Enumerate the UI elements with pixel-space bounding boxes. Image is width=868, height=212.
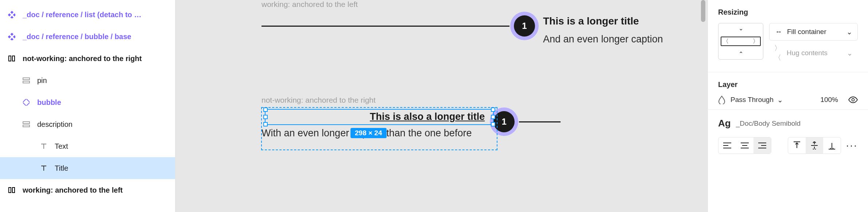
- typography-icon: Ag: [718, 118, 731, 129]
- autolayout-icon: [21, 121, 31, 127]
- frame-not-working[interactable]: not-working: anchored to the right This …: [261, 96, 561, 139]
- align-center-button[interactable]: [736, 137, 753, 154]
- align-left-button[interactable]: [718, 137, 736, 154]
- resize-mode-label: Hug contents: [787, 49, 842, 57]
- blend-mode-dropdown[interactable]: Pass Through ⌄: [731, 96, 815, 104]
- arrows-horizontal-icon: ↔: [775, 28, 783, 36]
- frame-label: not-working: anchored to the right: [261, 96, 561, 105]
- text-style-name: _Doc/Body Semibold: [736, 120, 801, 128]
- title-text: This is a longer title: [543, 15, 663, 27]
- layer-label: description: [37, 120, 73, 129]
- chevron-down-icon: ⌄: [847, 49, 853, 57]
- frame-icon: [7, 186, 17, 194]
- divider-line: [261, 26, 509, 27]
- layer-label: Text: [55, 142, 68, 151]
- layer-frame-working[interactable]: working: anchored to the left: [0, 179, 175, 201]
- frame-label: working: anchored to the left: [261, 0, 681, 9]
- blend-mode-icon: [718, 95, 725, 104]
- text-icon: [39, 165, 49, 171]
- svg-rect-5: [10, 38, 13, 40]
- chevron-down-icon: ⌄: [777, 96, 783, 104]
- svg-rect-3: [13, 13, 15, 16]
- frame-icon: [7, 55, 17, 62]
- layers-panel: _doc / reference / list (detach to … _do…: [0, 0, 175, 212]
- svg-rect-0: [10, 11, 13, 14]
- layer-label: bubble: [37, 98, 61, 107]
- visibility-toggle[interactable]: [848, 96, 858, 103]
- align-bottom-button[interactable]: [823, 137, 841, 154]
- divider-line: [519, 121, 561, 122]
- design-panel: Resizing ⌄ 〈 〉 ⌃ ↔ Fill container ⌄ 〉〈 H…: [708, 0, 868, 212]
- svg-rect-2: [8, 13, 11, 16]
- canvas[interactable]: working: anchored to the left 1 This is …: [175, 0, 708, 212]
- layer-label: _doc / reference / bubble / base: [23, 33, 131, 41]
- svg-rect-12: [23, 99, 30, 106]
- layer-title-selected[interactable]: Title: [0, 157, 175, 179]
- more-options-button[interactable]: ···: [846, 140, 858, 151]
- section-divider: [708, 72, 868, 72]
- bubble-badge: 1: [514, 15, 535, 37]
- autolayout-icon: [21, 77, 31, 83]
- layer-bubble-instance[interactable]: bubble: [0, 91, 175, 113]
- layer-component-list[interactable]: _doc / reference / list (detach to …: [0, 4, 175, 26]
- section-divider: [708, 109, 868, 110]
- chevron-down-icon[interactable]: ⌄: [739, 26, 743, 31]
- badge-number: 1: [493, 111, 515, 132]
- align-top-button[interactable]: [788, 137, 806, 154]
- chevron-up-icon[interactable]: ⌃: [739, 51, 743, 57]
- scrollbar-thumb[interactable]: [701, 0, 705, 22]
- chevron-down-icon: ⌄: [846, 28, 852, 36]
- layer-label: pin: [37, 76, 47, 85]
- caption-text: And an even longer caption: [543, 34, 663, 45]
- chevron-right-icon[interactable]: 〉: [753, 38, 759, 44]
- svg-rect-1: [10, 16, 13, 18]
- component-icon: [7, 11, 17, 18]
- frame-working[interactable]: working: anchored to the left 1 This is …: [261, 0, 681, 45]
- svg-rect-9: [12, 56, 15, 61]
- align-right-button[interactable]: [753, 137, 771, 154]
- layer-frame-not-working[interactable]: not-working: anchored to the right: [0, 48, 175, 69]
- layer-label: _doc / reference / list (detach to …: [23, 11, 142, 19]
- horizontal-resize-dropdown[interactable]: ↔ Fill container ⌄: [769, 23, 858, 41]
- component-icon: [7, 33, 17, 40]
- title-text-selected[interactable]: This is also a longer title: [261, 111, 487, 122]
- svg-rect-10: [23, 78, 30, 80]
- svg-rect-11: [23, 81, 30, 83]
- layer-pin[interactable]: pin: [0, 69, 175, 91]
- chevron-left-icon[interactable]: 〈: [723, 38, 729, 44]
- svg-rect-7: [13, 35, 15, 38]
- resize-mode-label: Fill container: [787, 28, 842, 36]
- vertical-resize-dropdown[interactable]: 〉〈 Hug contents ⌄: [769, 44, 858, 62]
- svg-rect-4: [10, 33, 13, 36]
- layer-text[interactable]: Text: [0, 135, 175, 157]
- text-style-row[interactable]: Ag _Doc/Body Semibold: [718, 118, 858, 129]
- svg-rect-6: [8, 35, 11, 38]
- svg-point-17: [852, 99, 855, 101]
- svg-rect-16: [12, 188, 15, 193]
- svg-rect-14: [23, 125, 30, 127]
- layer-label: Title: [55, 164, 68, 173]
- layer-label: working: anchored to the left: [23, 186, 123, 194]
- svg-rect-15: [9, 188, 11, 193]
- svg-rect-13: [23, 122, 30, 124]
- section-title-resizing: Resizing: [718, 8, 858, 16]
- align-middle-button[interactable]: [806, 137, 823, 154]
- layer-description[interactable]: description: [0, 113, 175, 135]
- badge-number: 1: [514, 15, 535, 37]
- layer-component-bubble[interactable]: _doc / reference / bubble / base: [0, 26, 175, 48]
- text-icon: [39, 143, 49, 149]
- svg-rect-8: [9, 56, 11, 61]
- text-align-horizontal-group: [718, 137, 771, 154]
- opacity-input[interactable]: 100%: [820, 96, 838, 104]
- blend-mode-value: Pass Through: [731, 96, 774, 104]
- resize-constraint-widget[interactable]: ⌄ 〈 〉 ⌃: [718, 23, 763, 60]
- hug-icon: 〉〈: [774, 43, 782, 63]
- text-align-vertical-group: [788, 137, 841, 154]
- instance-icon: [21, 99, 31, 106]
- section-title-layer: Layer: [718, 80, 858, 89]
- layer-label: not-working: anchored to the right: [23, 54, 142, 63]
- selection-dimensions: 298 × 24: [350, 128, 387, 138]
